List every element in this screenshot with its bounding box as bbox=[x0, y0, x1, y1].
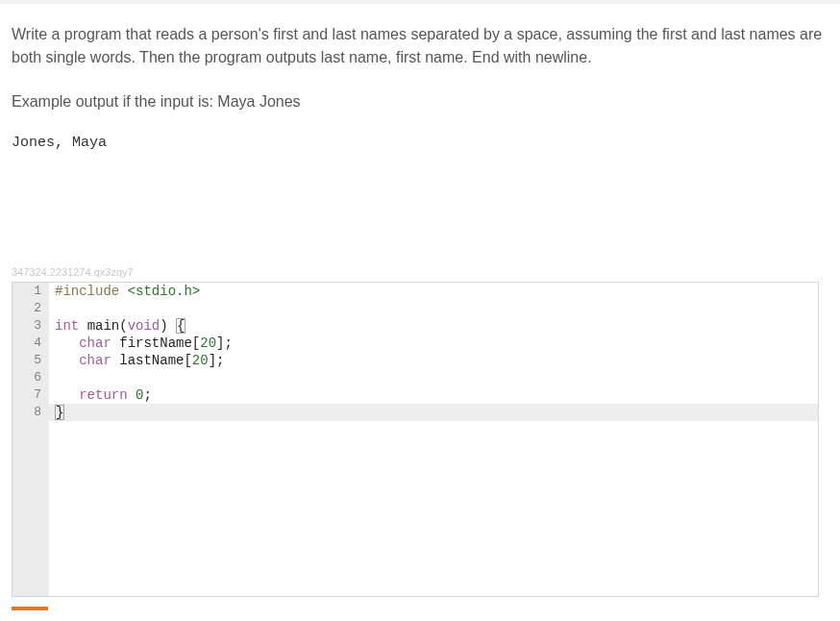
return-keyword: return bbox=[79, 387, 127, 403]
code-line[interactable]: 7 return 0; bbox=[12, 386, 818, 404]
type-keyword: char bbox=[79, 353, 111, 368]
bottom-accent-bar bbox=[12, 607, 48, 610]
code-line[interactable]: 4 char firstName[20]; bbox=[12, 335, 818, 352]
variable-name: firstName bbox=[119, 335, 192, 351]
gutter-fill bbox=[12, 421, 49, 596]
code-editor[interactable]: 1 #include <stdio.h> 2 3 int main(void) … bbox=[12, 282, 819, 597]
problem-statement: Write a program that reads a person's fi… bbox=[12, 23, 823, 69]
include-header: <stdio.h> bbox=[128, 284, 201, 299]
matching-brace-open: { bbox=[176, 318, 185, 334]
void-keyword: void bbox=[128, 318, 161, 334]
type-keyword: int bbox=[55, 318, 79, 334]
number-literal: 20 bbox=[200, 335, 216, 351]
line-number: 2 bbox=[12, 300, 49, 317]
matching-brace-close: } bbox=[55, 405, 64, 420]
line-number: 1 bbox=[12, 283, 49, 300]
line-number: 4 bbox=[12, 335, 49, 352]
code-line[interactable]: 6 bbox=[12, 369, 818, 386]
variable-name: lastName bbox=[119, 353, 184, 368]
code-line[interactable]: 1 #include <stdio.h> bbox=[12, 283, 818, 300]
line-number: 5 bbox=[12, 352, 49, 369]
editor-empty-area[interactable] bbox=[12, 421, 818, 596]
watermark-id: 347324.2231274.qx3zqy7 bbox=[12, 266, 823, 278]
number-literal: 20 bbox=[192, 353, 209, 368]
line-number: 3 bbox=[12, 317, 49, 335]
code-line[interactable]: 3 int main(void) { bbox=[12, 317, 818, 335]
preprocessor-directive: #include bbox=[55, 284, 119, 299]
content-area: Write a program that reads a person's fi… bbox=[0, 4, 840, 597]
function-name: main bbox=[87, 318, 120, 334]
line-number: 7 bbox=[12, 386, 49, 404]
code-line[interactable]: 2 bbox=[12, 300, 818, 317]
code-line-current[interactable]: 8 } bbox=[12, 404, 818, 421]
code-line[interactable]: 5 char lastName[20]; bbox=[12, 352, 818, 369]
line-number: 8 bbox=[12, 404, 49, 421]
example-label: Example output if the input is: Maya Jon… bbox=[12, 90, 823, 113]
example-output: Jones, Maya bbox=[12, 135, 823, 151]
line-number: 6 bbox=[12, 369, 49, 386]
type-keyword: char bbox=[79, 335, 111, 351]
